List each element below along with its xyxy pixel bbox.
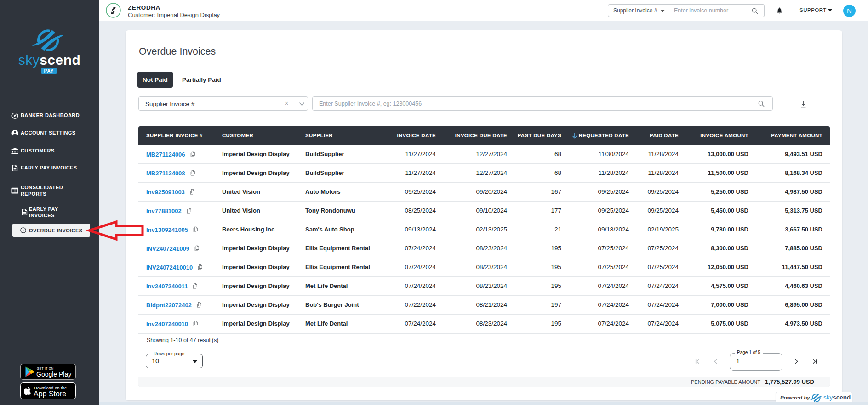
svg-text:Google Play: Google Play (36, 371, 71, 378)
svg-text:GET IT ON: GET IT ON (37, 367, 54, 370)
svg-text:App Store: App Store (34, 390, 66, 398)
